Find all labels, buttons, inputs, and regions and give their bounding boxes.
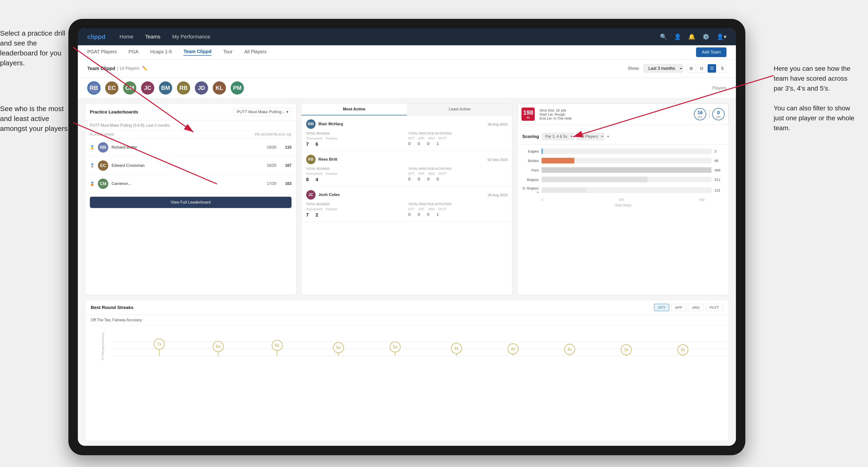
bar-row-pars: Pars 499	[522, 167, 724, 173]
view-grid-large[interactable]: ⊞	[687, 64, 695, 73]
streaks-header: Best Round Streaks OTT APP ARG PUTT	[85, 300, 728, 315]
streaks-tab-arg[interactable]: ARG	[688, 304, 704, 311]
player-avatar-7[interactable]: JD	[195, 81, 208, 95]
shot-circles: 16 yds 0 yds	[694, 108, 724, 120]
practice-sublabels-1: OTT APP ARG PUTT	[408, 136, 507, 140]
edit-icon[interactable]: ✏️	[142, 66, 148, 71]
nav-performance[interactable]: My Performance	[172, 34, 210, 40]
player-avatar-3[interactable]: CM	[123, 81, 136, 95]
lb-row-3[interactable]: 🥉 CM Cameron... 17/20 103	[85, 175, 296, 193]
player-avatar-4[interactable]: JC	[141, 81, 154, 95]
shot-info: Shot Dist: 16 yds Start Lie: Rough End L…	[539, 108, 689, 120]
nav-teams[interactable]: Teams	[145, 34, 160, 40]
bar-fill-dbogeys	[541, 187, 586, 193]
nav-links: Home Teams My Performance	[120, 34, 660, 40]
lb-score-3: 17/20	[260, 182, 276, 186]
scoring-header: Scoring Par 3, 4 & 5s All Players ▾	[518, 129, 728, 145]
subnav-pga[interactable]: PGA	[129, 49, 138, 55]
add-team-button[interactable]: Add Team	[696, 48, 726, 57]
view-full-leaderboard-button[interactable]: View Full Leaderboard	[90, 197, 291, 208]
bar-container-birdies	[541, 158, 712, 163]
bar-value-bogeys: 311	[714, 178, 724, 182]
leaderboard-dropdown[interactable]: PUTT Must Make Putting... ▾	[234, 108, 291, 116]
lb-row-2[interactable]: 🥈 EC Edward Crossman 18/20 107	[85, 157, 296, 175]
active-date-2: 02 Sep 2023	[488, 158, 507, 161]
subnav-team-clippd[interactable]: Team Clippd	[184, 49, 212, 56]
view-filter[interactable]: ⇅	[718, 64, 726, 73]
view-list[interactable]: ☰	[708, 64, 716, 73]
active-avatar-2: RB	[306, 155, 316, 164]
person-icon[interactable]: 👤	[674, 33, 681, 40]
lb-row-1[interactable]: 🥇 RB Richard Butler 19/20 110	[85, 138, 296, 157]
least-active-tab[interactable]: Least Active	[407, 103, 512, 115]
active-date-3: 26 Aug 2023	[488, 193, 507, 197]
bar-label-birdies: Birdies	[522, 159, 539, 163]
lb-col-headers: PLAYER NAME PB SCORE PB AVG SQ	[85, 131, 296, 138]
streaks-svg-chart: 7x 6x 6x 5x	[102, 330, 728, 363]
round-values-1: 7 6	[306, 142, 405, 147]
bar-value-birdies: 96	[714, 159, 724, 163]
player-avatar-6[interactable]: RB	[177, 81, 190, 95]
lb-name-2: Edward Crossman	[112, 163, 257, 168]
svg-text:4x: 4x	[511, 346, 515, 351]
medal-bronze: 🥉	[90, 182, 95, 186]
settings-icon[interactable]: ⚙️	[703, 33, 710, 40]
content-grid: Practice Leaderboards PUTT Must Make Put…	[78, 99, 736, 446]
bar-fill-eagles	[541, 148, 542, 154]
chevron-down-icon-scoring: ▾	[607, 134, 609, 139]
svg-text:7x: 7x	[157, 342, 161, 346]
bar-container-eagles	[541, 148, 712, 154]
subnav-hcaps[interactable]: Hcaps 1-5	[150, 49, 172, 55]
svg-text:5x: 5x	[336, 345, 341, 350]
shot-circle-1: 16 yds	[694, 108, 706, 120]
active-name-3: Josh Coles	[318, 192, 485, 197]
streaks-tab-putt[interactable]: PUTT	[706, 304, 723, 311]
nav-icons: 🔍 👤 🔔 ⚙️ 👤▾	[660, 33, 726, 40]
streaks-chart: % Fairway Accuracy 7x	[85, 325, 728, 368]
total-rounds-label-1: Total Rounds	[306, 132, 405, 135]
leaderboard-title: Practice Leaderboards	[90, 110, 138, 115]
player-avatar-5[interactable]: BM	[159, 81, 172, 95]
most-active-tab[interactable]: Most Active	[302, 103, 407, 115]
tab-toggle: Most Active Least Active	[302, 103, 513, 116]
lb-score-2: 18/20	[260, 163, 276, 168]
search-icon[interactable]: 🔍	[660, 33, 667, 40]
active-stats-2: Total Rounds Tournament Practice 8 4	[306, 167, 508, 182]
bell-icon[interactable]: 🔔	[688, 33, 695, 40]
subnav-tour[interactable]: Tour	[223, 49, 232, 55]
subnav-pgat[interactable]: PGAT Players	[87, 49, 117, 55]
lb-score-1: 19/20	[260, 145, 276, 150]
streaks-tab-app[interactable]: APP	[671, 304, 686, 311]
app-logo: clippd	[87, 33, 105, 40]
active-date-1: 26 Aug 2023	[488, 122, 507, 126]
nav-home[interactable]: Home	[120, 34, 133, 40]
bar-value-eagles: 3	[714, 149, 724, 153]
bar-fill-bogeys	[541, 177, 647, 182]
profile-icon[interactable]: 👤▾	[717, 33, 726, 40]
medal-silver: 🥈	[90, 163, 95, 168]
view-grid-small[interactable]: ⊟	[697, 64, 706, 73]
streaks-panel: Best Round Streaks OTT APP ARG PUTT Off …	[85, 300, 729, 441]
total-shots-label: Total Shots	[522, 203, 724, 207]
streaks-tab-ott[interactable]: OTT	[654, 304, 669, 311]
active-name-1: Blair McHarg	[318, 122, 485, 126]
player-avatar-9[interactable]: PM	[231, 81, 244, 95]
player-avatar-8[interactable]: KL	[213, 81, 226, 95]
scoring-par-select[interactable]: Par 3, 4 & 5s	[542, 133, 574, 140]
subnav-all-players[interactable]: All Players	[244, 49, 267, 55]
active-player-row-2: RB Rees Britt 02 Sep 2023 Total Rounds T…	[302, 151, 513, 186]
team-title: Team Clippd	[87, 66, 115, 71]
show-period-select[interactable]: Last 3 months Last 6 months Last year	[644, 64, 683, 73]
active-avatar-3: JC	[306, 190, 316, 199]
player-avatar-2[interactable]: EC	[105, 81, 118, 95]
subnav: PGAT Players PGA Hcaps 1-5 Team Clippd T…	[78, 45, 736, 59]
show-controls: Show: Last 3 months Last 6 months Last y…	[628, 64, 726, 73]
active-player-header-1: BM Blair McHarg 26 Aug 2023	[306, 119, 508, 129]
shot-circle-2: 0 yds	[712, 108, 724, 120]
bar-row-dbogeys: D. Bogeys + 131	[522, 186, 724, 194]
scoring-players-select[interactable]: All Players	[577, 133, 604, 140]
player-avatar-1[interactable]: RB	[87, 81, 100, 95]
bar-label-eagles: Eagles	[522, 149, 539, 153]
bar-value-dbogeys: 131	[714, 188, 724, 192]
active-stats-3: Total Rounds Tournament Practice 7 2	[306, 203, 508, 218]
